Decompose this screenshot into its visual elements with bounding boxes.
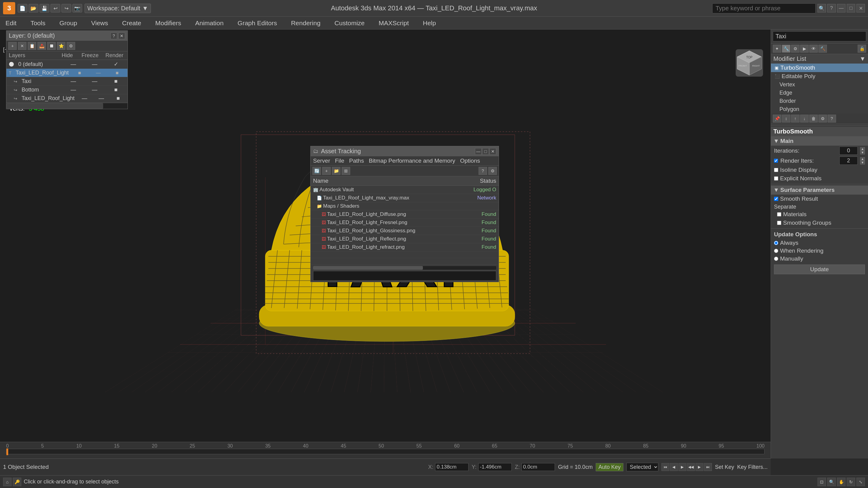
asset-file-menu[interactable]: File xyxy=(335,158,344,164)
next-frame-btn[interactable]: ▶ xyxy=(695,463,704,471)
x-coord-input[interactable] xyxy=(435,463,468,471)
y-coord-input[interactable] xyxy=(478,463,512,471)
create-tab[interactable]: ✦ xyxy=(773,45,781,53)
mod-config-icon[interactable]: ⚙ xyxy=(818,115,827,123)
menu-tools[interactable]: Tools xyxy=(28,18,48,28)
asset-minimize-btn[interactable]: — xyxy=(475,148,482,155)
camera-btn[interactable]: 📷 xyxy=(72,4,82,12)
asset-restore-btn[interactable]: □ xyxy=(482,148,489,155)
search-icon[interactable]: 🔍 xyxy=(817,4,826,12)
layer-row-bottom[interactable]: ↪ Bottom — — ■ xyxy=(6,86,127,94)
play-back-btn[interactable]: ◀◀ xyxy=(687,463,695,471)
play-btn[interactable]: ▶ xyxy=(678,463,686,471)
modify-tab[interactable]: 🔧 xyxy=(782,45,790,53)
render-iters-input[interactable] xyxy=(839,157,858,165)
key-filters-btn[interactable]: Key Filters... xyxy=(737,464,768,470)
menu-graph-editors[interactable]: Graph Editors xyxy=(235,18,280,28)
mod-help-icon[interactable]: ? xyxy=(828,115,836,123)
key-icon[interactable]: 🔑 xyxy=(13,478,21,486)
z-coord-input[interactable] xyxy=(522,463,555,471)
selected-dropdown[interactable]: Selected xyxy=(626,463,658,471)
layer-settings-btn[interactable]: ⚙ xyxy=(67,42,75,50)
menu-customize[interactable]: Customize xyxy=(332,18,367,28)
prev-frame-btn[interactable]: ◀ xyxy=(670,463,678,471)
iterations-input[interactable] xyxy=(839,147,858,155)
go-end-btn[interactable]: ⏭ xyxy=(704,463,712,471)
menu-create[interactable]: Create xyxy=(120,18,144,28)
modifier-editable-poly[interactable]: ⬛ Editable Poly xyxy=(771,72,868,80)
home-icon[interactable]: ⌂ xyxy=(3,478,11,486)
render-iters-down[interactable]: ▼ xyxy=(860,161,865,164)
close-btn[interactable]: ✕ xyxy=(857,4,865,12)
new-btn[interactable]: 📄 xyxy=(18,4,27,12)
layer-delete-btn[interactable]: ✕ xyxy=(18,42,27,50)
asset-grid-btn[interactable]: ⊞ xyxy=(342,167,350,175)
panel-lock-icon[interactable]: 🔒 xyxy=(858,45,866,53)
mod-trash-icon[interactable]: 🗑 xyxy=(809,115,818,123)
modifier-border[interactable]: Border xyxy=(771,97,868,105)
undo-btn[interactable]: ↩ xyxy=(51,4,60,12)
menu-animation[interactable]: Animation xyxy=(193,18,226,28)
smoothing-groups-checkbox[interactable] xyxy=(777,221,781,225)
timeline-bar[interactable] xyxy=(6,449,765,454)
iterations-down[interactable]: ▼ xyxy=(860,151,865,155)
layer-row-taxi[interactable]: ↪ Taxi — — ■ xyxy=(6,77,127,86)
asset-row-max[interactable]: 📄 Taxi_LED_Roof_Light_max_vray.max Netwo… xyxy=(311,194,499,202)
minimize-btn[interactable]: — xyxy=(837,4,845,12)
asset-bitmap-menu[interactable]: Bitmap Performance and Memory xyxy=(369,158,455,164)
modifier-polygon[interactable]: Polygon xyxy=(771,105,868,113)
maximize-viewport-btn[interactable]: ⤡ xyxy=(857,478,865,486)
when-rendering-radio[interactable] xyxy=(774,249,778,253)
layer-select-btn[interactable]: 🔲 xyxy=(47,42,56,50)
help-icon[interactable]: ? xyxy=(827,4,836,12)
iterations-spinner[interactable]: ▲ ▼ xyxy=(860,147,865,155)
menu-rendering[interactable]: Rendering xyxy=(288,18,323,28)
always-radio[interactable] xyxy=(774,241,778,245)
timeline-track-container[interactable]: 0 5 10 15 20 25 30 35 40 45 50 55 60 65 … xyxy=(0,442,771,458)
open-btn[interactable]: 📂 xyxy=(29,4,38,12)
auto-key-btn[interactable]: Auto Key xyxy=(596,463,623,471)
asset-help-btn[interactable]: ? xyxy=(478,167,487,175)
asset-refresh-btn[interactable]: 🔄 xyxy=(312,167,321,175)
workspace-dropdown[interactable]: Workspace: Default ▼ xyxy=(85,4,151,13)
smooth-result-checkbox[interactable] xyxy=(774,197,778,201)
layer-row-default[interactable]: ⚪ 0 (default) — — ✓ xyxy=(6,60,127,69)
materials-checkbox[interactable] xyxy=(777,212,781,217)
pan-btn[interactable]: ✋ xyxy=(837,478,845,486)
layer-help-btn[interactable]: ? xyxy=(111,33,117,39)
go-start-btn[interactable]: ⏮ xyxy=(661,463,669,471)
mod-pin-icon[interactable]: 📌 xyxy=(773,115,781,123)
layer-row-taxi-led[interactable]: T Taxi_LED_Roof_Light ■ — ■ xyxy=(6,69,127,77)
timeline-playhead[interactable] xyxy=(6,449,8,455)
mod-move-icon[interactable]: ↕ xyxy=(782,115,790,123)
explicit-normals-checkbox[interactable] xyxy=(774,176,778,181)
asset-row-fresnel[interactable]: 🖼 Taxi_LED_Roof_Light_Fresnel.png Found xyxy=(311,219,499,227)
asset-folder-btn[interactable]: 📁 xyxy=(332,167,340,175)
hierarchy-tab[interactable]: ⚙ xyxy=(791,45,800,53)
modifier-vertex[interactable]: Vertex xyxy=(771,80,868,89)
menu-help[interactable]: Help xyxy=(421,18,438,28)
layer-close-btn[interactable]: ✕ xyxy=(118,33,125,39)
asset-row-maps[interactable]: 📁 Maps / Shaders xyxy=(311,202,499,210)
maximize-btn[interactable]: □ xyxy=(847,4,855,12)
main-section-header[interactable]: ▼ Main xyxy=(771,136,868,145)
set-key-btn[interactable]: Set Key xyxy=(715,464,734,470)
update-button[interactable]: Update xyxy=(774,264,865,274)
asset-options-menu[interactable]: Options xyxy=(460,158,480,164)
search-input[interactable] xyxy=(712,3,816,13)
redo-btn[interactable]: ↪ xyxy=(61,4,71,12)
render-iters-spinner[interactable]: ▲ ▼ xyxy=(860,157,865,164)
object-name-input[interactable] xyxy=(773,31,866,41)
layer-remove-btn[interactable]: 📤 xyxy=(37,42,46,50)
display-tab[interactable]: 👁 xyxy=(809,45,818,53)
nav-cube[interactable]: TOP RIGHT FRONT xyxy=(734,48,765,78)
menu-edit[interactable]: Edit xyxy=(3,18,19,28)
menu-group[interactable]: Group xyxy=(57,18,80,28)
asset-settings-btn[interactable]: ⚙ xyxy=(488,167,497,175)
manually-radio[interactable] xyxy=(774,257,778,261)
render-iters-checkbox[interactable] xyxy=(774,159,778,163)
layer-row-taxi2[interactable]: ↪ Taxi_LED_Roof_Light — — ■ xyxy=(6,94,127,103)
asset-paths-menu[interactable]: Paths xyxy=(349,158,364,164)
modifier-turbosmooth[interactable]: ▣ TurboSmooth xyxy=(771,64,868,72)
motion-tab[interactable]: ▶ xyxy=(800,45,809,53)
